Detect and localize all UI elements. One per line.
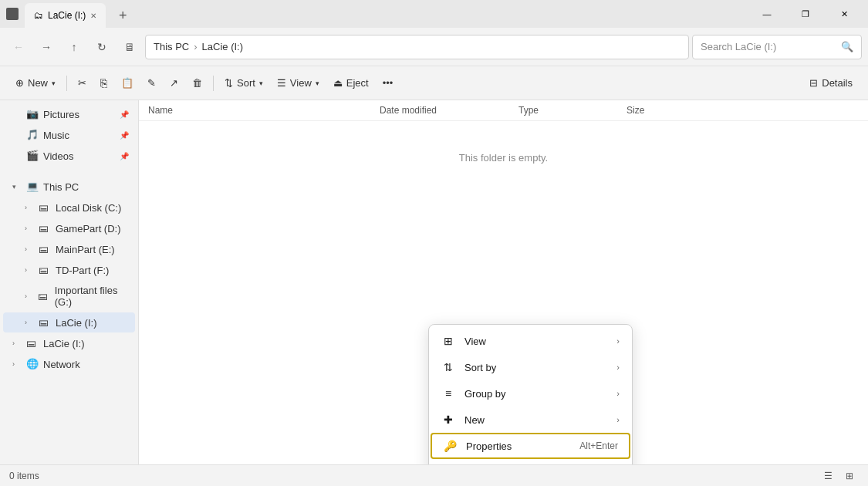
- tab-close-button[interactable]: ✕: [90, 12, 96, 20]
- main-layout: 📷 Pictures 📌 🎵 Music 📌 🎬 Videos 📌 ▾ 💻 Th…: [0, 100, 868, 464]
- music-icon: 🎵: [26, 129, 39, 141]
- ctx-new-arrow: ›: [616, 415, 620, 424]
- restore-button[interactable]: ❐: [788, 0, 823, 28]
- sidebar-item-music[interactable]: 🎵 Music 📌: [3, 125, 135, 145]
- network-icon: 🌐: [26, 358, 39, 370]
- sidebar-item-local-disk-c[interactable]: › 🖴 Local Disk (C:): [3, 197, 135, 218]
- sidebar: 📷 Pictures 📌 🎵 Music 📌 🎬 Videos 📌 ▾ 💻 Th…: [0, 100, 139, 464]
- view-button[interactable]: ☰ View ▾: [271, 71, 326, 96]
- pin-icon-music: 📌: [120, 131, 129, 140]
- tab-label: LaCie (I:): [48, 10, 86, 21]
- location-icon: 🖥: [117, 35, 142, 59]
- more-button[interactable]: •••: [377, 71, 400, 96]
- sort-button[interactable]: ⇅ Sort ▾: [218, 71, 269, 96]
- statusbar-view-controls: ☰ ⊞: [819, 467, 859, 485]
- delete-button[interactable]: 🗑: [186, 71, 208, 96]
- arrow-e: ›: [25, 245, 34, 253]
- ctx-sort-by-arrow: ›: [616, 363, 620, 372]
- properties-ctx-icon: 🔑: [443, 439, 457, 453]
- statusbar: 0 items ☰ ⊞: [0, 464, 868, 486]
- view-label: View: [290, 77, 312, 89]
- drive-d-icon: 🖴: [39, 222, 51, 235]
- ctx-new-label: New: [464, 414, 607, 426]
- sidebar-item-this-pc[interactable]: ▾ 💻 This PC: [3, 177, 135, 197]
- sidebar-label-d: GamePart (D:): [56, 223, 121, 235]
- arrow-c: ›: [25, 204, 34, 211]
- eject-button[interactable]: ⏏ Eject: [327, 71, 375, 96]
- sidebar-label-pictures: Pictures: [43, 109, 79, 120]
- drive-g-icon: 🖴: [38, 290, 50, 302]
- sidebar-item-important-g[interactable]: › 🖴 Important files (G:): [3, 281, 135, 312]
- arrow-network: ›: [12, 360, 22, 368]
- app-icon: [6, 8, 19, 20]
- pin-icon-pictures: 📌: [120, 110, 129, 119]
- sort-ctx-icon: ⇅: [441, 360, 455, 374]
- refresh-button[interactable]: ↻: [90, 35, 114, 59]
- search-box[interactable]: Search LaCie (I:) 🔍: [692, 35, 862, 59]
- share-button[interactable]: ↗: [164, 71, 184, 96]
- sidebar-item-network[interactable]: › 🌐 Network: [3, 354, 135, 374]
- breadcrumb-this-pc[interactable]: This PC: [154, 41, 189, 52]
- details-label: Details: [822, 77, 853, 89]
- forward-button[interactable]: →: [34, 35, 59, 59]
- grid-view-button[interactable]: ⊞: [840, 467, 859, 485]
- ctx-group-by[interactable]: ≡ Group by ›: [429, 380, 632, 407]
- arrow-i2: ›: [12, 339, 22, 347]
- address-bar[interactable]: This PC › LaCie (I:): [145, 35, 689, 59]
- active-tab[interactable]: 🗂 LaCie (I:) ✕: [25, 3, 106, 28]
- minimize-button[interactable]: —: [749, 0, 785, 28]
- back-button[interactable]: ←: [6, 35, 31, 59]
- ctx-sort-by[interactable]: ⇅ Sort by ›: [429, 354, 632, 380]
- new-button[interactable]: ⊕ New ▾: [9, 71, 62, 96]
- sidebar-label-i2: LaCie (I:): [43, 338, 84, 349]
- expand-arrow-this-pc: ▾: [12, 183, 22, 191]
- breadcrumb-lacie[interactable]: LaCie (I:): [202, 41, 243, 52]
- sidebar-label-f: TD-Part (F:): [56, 265, 109, 276]
- sidebar-item-td-part-f[interactable]: › 🖴 TD-Part (F:): [3, 260, 135, 280]
- sep1: [66, 76, 67, 91]
- item-count: 0 items: [9, 471, 39, 481]
- details-button[interactable]: ⊟ Details: [803, 71, 859, 96]
- close-button[interactable]: ✕: [826, 0, 862, 28]
- view-ctx-icon: ⊞: [441, 334, 455, 348]
- share-icon: ↗: [170, 77, 178, 89]
- search-placeholder: Search LaCie (I:): [701, 41, 776, 52]
- view-icon: ☰: [277, 77, 286, 89]
- ctx-group-by-arrow: ›: [616, 389, 620, 398]
- content-area[interactable]: Name Date modified Type Size This folder…: [139, 100, 868, 464]
- group-ctx-icon: ≡: [441, 386, 455, 400]
- ctx-view[interactable]: ⊞ View ›: [429, 328, 632, 354]
- command-bar: ⊕ New ▾ ✂ ⎘ 📋 ✎ ↗ 🗑 ⇅ Sort ▾ ☰ View ▾ ⏏ …: [0, 66, 868, 100]
- rename-button[interactable]: ✎: [141, 71, 162, 96]
- cut-button[interactable]: ✂: [72, 71, 93, 96]
- drive-c-icon: 🖴: [39, 201, 51, 214]
- ctx-view-label: View: [464, 336, 607, 347]
- window-controls: — ❐ ✕: [749, 0, 862, 28]
- ctx-properties-label: Properties: [466, 440, 570, 452]
- new-icon: ⊕: [15, 77, 24, 89]
- sidebar-item-lacie-i-selected[interactable]: › 🖴 LaCie (I:): [3, 312, 135, 332]
- drive-f-icon: 🖴: [39, 264, 51, 276]
- delete-icon: 🗑: [192, 77, 202, 89]
- sidebar-item-videos[interactable]: 🎬 Videos 📌: [3, 146, 135, 166]
- eject-label: Eject: [346, 77, 369, 89]
- sidebar-label-g: Important files (G:): [55, 285, 129, 308]
- paste-button[interactable]: 📋: [115, 71, 140, 96]
- sidebar-item-pictures[interactable]: 📷 Pictures 📌: [3, 104, 135, 124]
- sidebar-item-lacie-i-2[interactable]: › 🖴 LaCie (I:): [3, 333, 135, 353]
- sidebar-item-gamepart-d[interactable]: › 🖴 GamePart (D:): [3, 218, 135, 238]
- new-tab-button[interactable]: +: [112, 5, 133, 26]
- sidebar-item-mainpart-e[interactable]: › 🖴 MainPart (E:): [3, 239, 135, 259]
- ctx-properties[interactable]: 🔑 Properties Alt+Enter: [431, 433, 630, 459]
- search-icon: 🔍: [841, 41, 853, 52]
- ctx-show-more[interactable]: ⊡ Show more options: [429, 459, 632, 464]
- sidebar-label-this-pc: This PC: [43, 181, 79, 193]
- sort-dropdown-icon: ▾: [259, 79, 263, 87]
- toolbar: ← → ↑ ↻ 🖥 This PC › LaCie (I:) Search La…: [0, 28, 868, 66]
- arrow-g: ›: [25, 292, 33, 300]
- ctx-new[interactable]: ✚ New ›: [429, 407, 632, 433]
- up-button[interactable]: ↑: [62, 35, 86, 59]
- sidebar-label-network: Network: [43, 359, 80, 370]
- copy-button[interactable]: ⎘: [94, 71, 113, 96]
- list-view-button[interactable]: ☰: [819, 467, 837, 485]
